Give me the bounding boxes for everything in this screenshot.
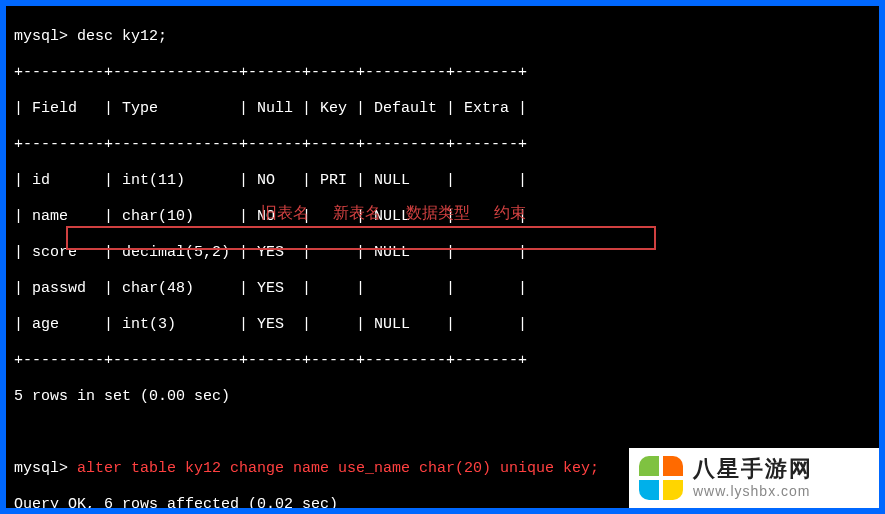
blank-line bbox=[14, 424, 871, 442]
table-row: | passwd | char(48) | YES | | | | bbox=[14, 280, 871, 298]
table-row: | id | int(11) | NO | PRI | NULL | | bbox=[14, 172, 871, 190]
table-row: | score | decimal(5,2) | YES | | NULL | … bbox=[14, 244, 871, 262]
table-separator: +---------+--------------+------+-----+-… bbox=[14, 64, 871, 82]
watermark-title: 八星手游网 bbox=[693, 456, 813, 482]
watermark-logo-icon bbox=[639, 456, 683, 500]
annotation-constraint: 约束 bbox=[494, 204, 526, 221]
table-separator: +---------+--------------+------+-----+-… bbox=[14, 352, 871, 370]
table-separator: +---------+--------------+------+-----+-… bbox=[14, 136, 871, 154]
terminal-output[interactable]: mysql> desc ky12; +---------+-----------… bbox=[14, 10, 871, 514]
annotation-old-table: 旧表名 bbox=[261, 204, 309, 221]
table-row: | age | int(3) | YES | | NULL | | bbox=[14, 316, 871, 334]
table-header: | Field | Type | Null | Key | Default | … bbox=[14, 100, 871, 118]
annotation-labels: 旧表名 新表名 数据类型 约束 bbox=[261, 203, 546, 222]
watermark-url: www.lyshbx.com bbox=[693, 483, 813, 500]
alter-command: alter table ky12 change name use_name ch… bbox=[77, 460, 599, 477]
annotation-new-table: 新表名 bbox=[333, 204, 381, 221]
watermark: 八星手游网 www.lyshbx.com bbox=[629, 448, 879, 508]
query-result: 5 rows in set (0.00 sec) bbox=[14, 388, 871, 406]
annotation-datatype: 数据类型 bbox=[406, 204, 470, 221]
mysql-command-line: mysql> desc ky12; bbox=[14, 28, 871, 46]
